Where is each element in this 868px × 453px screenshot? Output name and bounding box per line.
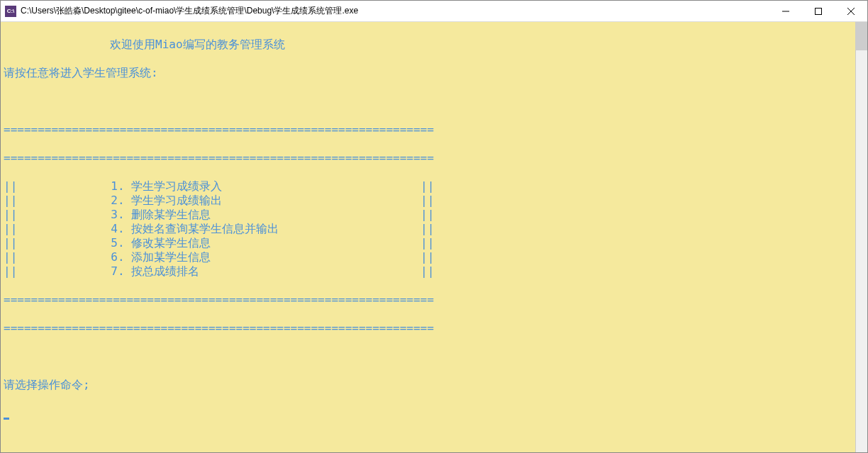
app-icon: C:\ <box>5 6 16 17</box>
menu-item-label: 5. 修改某学生信息 <box>17 236 211 250</box>
prompt-enter: 请按任意将进入学生管理系统: <box>4 66 852 80</box>
menu-item-2: ||2. 学生学习成绩输出|| <box>4 194 852 208</box>
minimize-button[interactable] <box>769 1 802 21</box>
menu-item-6: ||6. 添加某学生信息|| <box>4 250 852 264</box>
prompt-select: 请选择操作命令; <box>4 378 852 392</box>
menu-left-bar: || <box>4 222 17 235</box>
content-area: 欢迎使用Miao编写的教务管理系统 请按任意将进入学生管理系统: =======… <box>1 22 867 452</box>
blank-line <box>4 349 852 364</box>
menu-right-bar: || <box>421 250 434 264</box>
menu-left-bar: || <box>4 208 17 221</box>
menu-item-label: 2. 学生学习成绩输出 <box>17 194 222 207</box>
menu-item-label: 3. 删除某学生信息 <box>17 208 211 221</box>
vertical-scrollbar[interactable] <box>855 22 867 452</box>
blank-line <box>4 94 852 108</box>
svg-rect-1 <box>816 8 822 14</box>
menu-right-bar: || <box>421 179 434 194</box>
text-cursor <box>4 418 9 420</box>
menu-list: ||1. 学生学习成绩录入||||2. 学生学习成绩输出||||3. 删除某学生… <box>4 179 852 279</box>
separator-bottom-1: ========================================… <box>4 293 852 307</box>
menu-item-label: 1. 学生学习成绩录入 <box>17 179 222 193</box>
menu-left-bar: || <box>4 194 17 207</box>
cursor-line <box>4 406 852 420</box>
separator-top-1: ========================================… <box>4 123 852 137</box>
window-title: C:\Users\张皓淼\Desktop\gitee\c-of-miao\学生成… <box>21 5 769 17</box>
menu-right-bar: || <box>421 264 434 279</box>
menu-item-5: ||5. 修改某学生信息|| <box>4 236 852 250</box>
menu-right-bar: || <box>421 208 434 222</box>
menu-left-bar: || <box>4 264 17 278</box>
console-output[interactable]: 欢迎使用Miao编写的教务管理系统 请按任意将进入学生管理系统: =======… <box>1 22 855 452</box>
scrollbar-thumb[interactable] <box>856 22 867 50</box>
menu-item-label: 4. 按姓名查询某学生信息并输出 <box>17 222 279 235</box>
menu-right-bar: || <box>421 236 434 250</box>
menu-item-7: ||7. 按总成绩排名|| <box>4 264 852 279</box>
separator-top-2: ========================================… <box>4 151 852 165</box>
menu-right-bar: || <box>421 194 434 208</box>
maximize-button[interactable] <box>802 1 835 21</box>
menu-left-bar: || <box>4 250 17 264</box>
window-controls <box>769 1 867 21</box>
close-button[interactable] <box>835 1 867 21</box>
menu-item-label: 6. 添加某学生信息 <box>17 250 211 264</box>
menu-right-bar: || <box>421 222 434 236</box>
app-window: C:\ C:\Users\张皓淼\Desktop\gitee\c-of-miao… <box>0 0 868 453</box>
titlebar[interactable]: C:\ C:\Users\张皓淼\Desktop\gitee\c-of-miao… <box>1 1 867 22</box>
menu-item-4: ||4. 按姓名查询某学生信息并输出|| <box>4 222 852 236</box>
menu-item-label: 7. 按总成绩排名 <box>17 264 199 278</box>
welcome-text: 欢迎使用Miao编写的教务管理系统 <box>4 38 852 52</box>
menu-left-bar: || <box>4 179 17 193</box>
menu-item-3: ||3. 删除某学生信息|| <box>4 208 852 222</box>
menu-left-bar: || <box>4 236 17 250</box>
separator-bottom-2: ========================================… <box>4 321 852 335</box>
menu-item-1: ||1. 学生学习成绩录入|| <box>4 179 852 194</box>
